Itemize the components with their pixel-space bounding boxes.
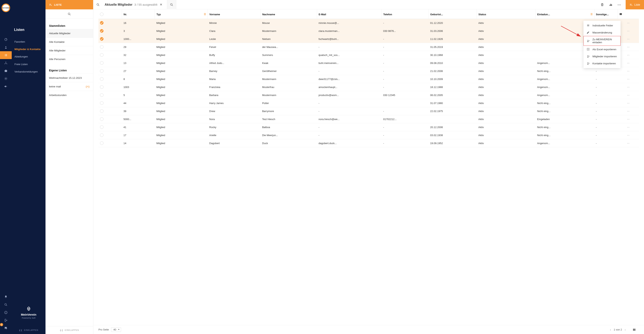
- table-row[interactable]: 8MitgliedMariaMustermanndww31177@zsls...…: [98, 75, 639, 83]
- table-row[interactable]: 16MitgliedMinnieMouseminnie.mouse@...-01…: [98, 19, 639, 27]
- row-menu-button[interactable]: ⋯: [618, 19, 639, 27]
- stats-button[interactable]: [607, 0, 615, 9]
- row-checkbox[interactable]: [100, 117, 104, 121]
- nav-item[interactable]: Mitglieder & Kontakte: [12, 46, 46, 53]
- nav-item[interactable]: Abteilungen: [12, 53, 46, 60]
- delete-button[interactable]: [598, 0, 606, 9]
- table-row[interactable]: 1000...MitgliedLeslieNielsenfschwartz@bu…: [98, 35, 639, 43]
- row-checkbox[interactable]: [100, 109, 104, 113]
- dropdown-item[interactable]: Kontakte importieren: [584, 60, 620, 67]
- list-item[interactable]: Aktuelle Mitglieder: [46, 29, 93, 38]
- table-row[interactable]: 44MitgliedHarry JamesPotter-31.07.1980Ak…: [98, 99, 639, 107]
- list-item[interactable]: Weihnachtsfeier 15.12.2023: [46, 74, 93, 82]
- row-checkbox[interactable]: [100, 133, 104, 137]
- rail-icon-settings[interactable]: [0, 75, 12, 83]
- row-menu-button[interactable]: ⋯: [618, 83, 639, 91]
- row-checkbox[interactable]: [100, 125, 104, 129]
- list-panel-collapse-button[interactable]: ❮❮ EINKLAPPEN: [46, 326, 93, 334]
- table-row[interactable]: 32MitgliedBuffySummersquatsch_mit_sos...…: [98, 51, 639, 59]
- row-checkbox[interactable]: [100, 69, 104, 73]
- table-row[interactable]: 41MitgliedRockyBalboa--20.12.2006AktivNi…: [98, 123, 639, 131]
- row-checkbox[interactable]: [100, 21, 104, 25]
- table-row[interactable]: 1003MitgliedFranziskaMusterfrauamockenha…: [98, 83, 639, 91]
- row-menu-button[interactable]: ⋯: [618, 59, 639, 67]
- col-select-all[interactable]: [98, 9, 122, 19]
- dropdown-item[interactable]: Mitglieder importieren: [584, 53, 620, 60]
- row-checkbox[interactable]: [100, 93, 104, 97]
- table-row[interactable]: 5MitgliedBarbaraMustermannproductiv@wom.…: [98, 91, 639, 99]
- rail-icon-dashboard[interactable]: [0, 36, 12, 43]
- row-menu-button[interactable]: ⋯: [618, 75, 639, 83]
- pager-prev[interactable]: ‹: [610, 328, 611, 331]
- row-menu-button[interactable]: ⋯: [618, 67, 639, 75]
- topbar-search-left[interactable]: [93, 3, 103, 7]
- dropdown-item[interactable]: Massenänderung: [584, 29, 620, 36]
- row-checkbox[interactable]: [100, 37, 104, 41]
- row-menu-button[interactable]: ⋯: [618, 107, 639, 115]
- col-header[interactable]: Geburtst...: [428, 9, 477, 19]
- row-menu-button[interactable]: ⋯: [618, 123, 639, 131]
- col-header[interactable]: Vorname: [208, 9, 261, 19]
- col-header[interactable]: Einladun...☰: [536, 9, 594, 19]
- rail-icon-structure[interactable]: [0, 59, 12, 67]
- list-item[interactable]: Alle Personen: [46, 55, 93, 63]
- column-picker-button[interactable]: [630, 328, 639, 331]
- nav-item[interactable]: Favoriten: [12, 38, 46, 46]
- col-header[interactable]: Typ☰: [155, 9, 208, 19]
- list-item[interactable]: Alle Mitglieder: [46, 46, 93, 55]
- row-checkbox[interactable]: [100, 53, 104, 57]
- row-checkbox[interactable]: [100, 141, 104, 145]
- rail-icon-people[interactable]: [0, 43, 12, 51]
- rail-icon-megaphone[interactable]: [0, 83, 12, 90]
- list-panel-search[interactable]: [46, 9, 93, 19]
- rail-icon-finance[interactable]: [0, 67, 12, 75]
- col-header[interactable]: E-Mail: [317, 9, 382, 19]
- table-row[interactable]: 3MitgliedClaraMustermannclara.musterman.…: [98, 27, 639, 35]
- row-menu-button[interactable]: ⋯: [618, 91, 639, 99]
- row-checkbox[interactable]: [100, 61, 104, 65]
- col-header[interactable]: Nachname: [260, 9, 317, 19]
- table-scroll[interactable]: Nr.Typ☰VornameNachnameE-MailTelefonGebur…: [93, 9, 644, 325]
- col-header-menu[interactable]: [618, 9, 639, 19]
- new-list-button[interactable]: Liste: [626, 0, 644, 9]
- row-checkbox[interactable]: [100, 101, 104, 105]
- table-row[interactable]: 17MitgliedArielleDie Meerjun...--03.02.1…: [98, 131, 639, 139]
- table-row[interactable]: 14MitgliedDagobertDuckdagobert.duck...-1…: [98, 139, 639, 147]
- dropdown-item[interactable]: Zu MEINVEREIN einladen: [584, 36, 620, 46]
- table-row[interactable]: 29MitgliedFeivelder Mauswa...--31.05.201…: [98, 43, 639, 51]
- row-checkbox[interactable]: [100, 29, 104, 33]
- col-header[interactable]: Nr.: [122, 9, 155, 19]
- row-checkbox[interactable]: [100, 85, 104, 89]
- table-row[interactable]: 27MitgliedBarneyGeröllheimer--21.02.2006…: [98, 67, 639, 75]
- list-panel-header[interactable]: LISTE: [46, 0, 93, 9]
- rail-icon-search[interactable]: [0, 301, 12, 308]
- clear-selection-button[interactable]: ✕: [159, 2, 163, 7]
- row-menu-button[interactable]: ⋯: [618, 99, 639, 107]
- list-item[interactable]: keine mail((•)): [46, 82, 93, 91]
- row-menu-button[interactable]: ⋯: [618, 35, 639, 43]
- rail-icon-lists[interactable]: [0, 51, 12, 59]
- col-header[interactable]: Status: [477, 9, 536, 19]
- nav-collapse-button[interactable]: ❮❮ EINKLAPPEN: [12, 327, 46, 334]
- dropdown-item[interactable]: Als Excel exportieren: [584, 46, 620, 53]
- table-row[interactable]: 39MitgliedDrewBarrymore--22.02.1975Aktiv…: [98, 107, 639, 115]
- pager-next[interactable]: ›: [625, 328, 626, 331]
- per-page-select[interactable]: 40: [111, 327, 121, 332]
- row-checkbox[interactable]: [100, 45, 104, 49]
- row-menu-button[interactable]: ⋯: [618, 115, 639, 123]
- row-menu-button[interactable]: ⋯: [618, 139, 639, 147]
- row-checkbox[interactable]: [100, 77, 104, 81]
- list-item[interactable]: Alle Kontakte: [46, 38, 93, 46]
- row-menu-button[interactable]: ⋯: [618, 51, 639, 59]
- dropdown-item[interactable]: Individuelle Felder: [584, 22, 620, 29]
- list-item[interactable]: Arbeitsstunden: [46, 91, 93, 99]
- row-menu-button[interactable]: ⋯: [618, 27, 639, 35]
- col-header[interactable]: Telefon: [382, 9, 428, 19]
- nav-item[interactable]: Freie Listen: [12, 61, 46, 68]
- rail-icon-bell[interactable]: [0, 293, 12, 301]
- table-row[interactable]: 13MitgliedAlfred Jodo...Kwakbuhl.meinver…: [98, 59, 639, 67]
- nav-item[interactable]: Verbandsmeldungen: [12, 68, 46, 75]
- table-row[interactable]: 5000...MitgliedNoraTest Hieschnora.hiesc…: [98, 115, 639, 123]
- more-button[interactable]: ⋯: [616, 0, 623, 9]
- row-menu-button[interactable]: ⋯: [618, 43, 639, 51]
